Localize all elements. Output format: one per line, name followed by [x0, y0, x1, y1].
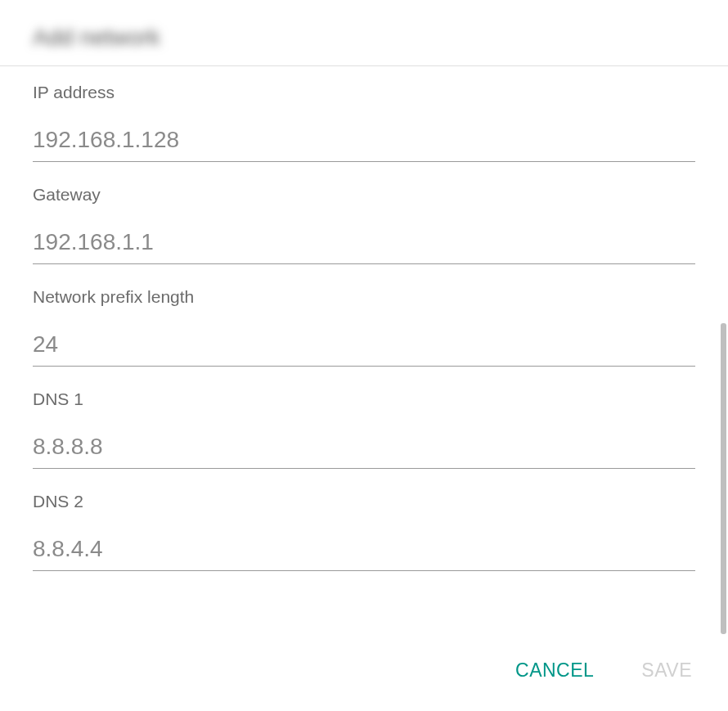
network-prefix-input[interactable]	[33, 328, 695, 367]
dialog-title: Add network	[33, 25, 160, 51]
network-prefix-label: Network prefix length	[33, 287, 695, 307]
field-gateway: Gateway	[33, 185, 695, 264]
dialog-header: Add network	[0, 0, 728, 66]
ip-address-input[interactable]	[33, 124, 695, 162]
field-dns2: DNS 2	[33, 492, 695, 571]
cancel-button[interactable]: CANCEL	[512, 653, 597, 688]
ip-address-label: IP address	[33, 83, 695, 102]
dns2-label: DNS 2	[33, 492, 695, 511]
dns2-input[interactable]	[33, 533, 695, 571]
field-network-prefix: Network prefix length	[33, 287, 695, 367]
field-ip-address: IP address	[33, 83, 695, 162]
save-button[interactable]: SAVE	[638, 653, 695, 688]
scrollbar-thumb[interactable]	[721, 323, 726, 634]
dns1-label: DNS 1	[33, 389, 695, 409]
gateway-label: Gateway	[33, 185, 695, 205]
dns1-input[interactable]	[33, 430, 695, 469]
dialog-actions: CANCEL SAVE	[512, 653, 695, 688]
gateway-input[interactable]	[33, 226, 695, 264]
network-form: IP address Gateway Network prefix length…	[0, 66, 728, 610]
field-dns1: DNS 1	[33, 389, 695, 469]
